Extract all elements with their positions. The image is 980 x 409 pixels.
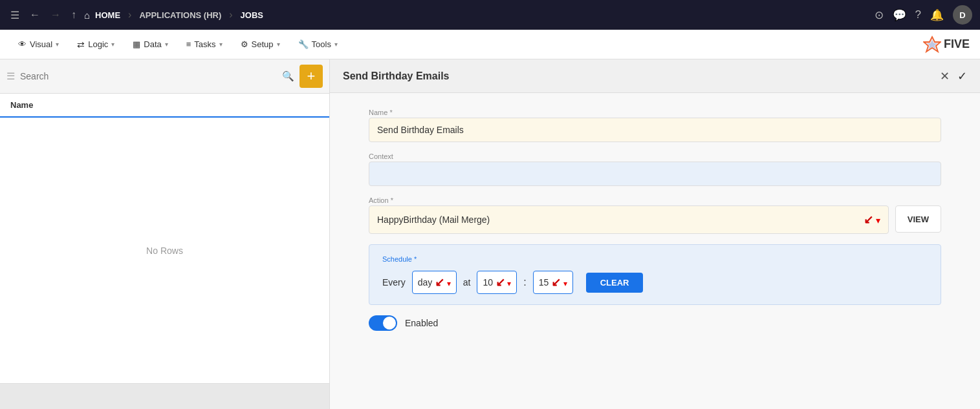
chat-icon[interactable]: 💬 bbox=[893, 8, 906, 22]
schedule-label: Schedule * bbox=[382, 255, 928, 263]
no-rows-message: No Rows bbox=[0, 118, 329, 383]
tasks-caret: ▾ bbox=[219, 41, 223, 48]
panel-actions: ✕ ✓ bbox=[940, 69, 967, 83]
nav-sep1: › bbox=[128, 9, 131, 21]
second-nav: 👁 Visual ▾ ⇄ Logic ▾ ▦ Data ▾ ≡ Tasks ▾ … bbox=[0, 30, 980, 59]
five-logo-icon bbox=[923, 36, 941, 54]
logic-icon: ⇄ bbox=[77, 39, 85, 50]
panel-title: Send Birthday Emails bbox=[343, 70, 450, 82]
left-panel: ☰ 🔍 + Name No Rows bbox=[0, 59, 330, 409]
search-icon[interactable]: 🔍 bbox=[282, 70, 294, 82]
minute-dropdown-caret: ↙ ▾ bbox=[551, 275, 567, 289]
nav-sep2: › bbox=[229, 9, 232, 21]
nav-tools[interactable]: 🔧 Tools ▾ bbox=[290, 36, 345, 53]
time-separator: : bbox=[523, 277, 526, 288]
nav-home-link[interactable]: HOME bbox=[95, 10, 120, 20]
day-select[interactable]: day ↙ ▾ bbox=[412, 271, 457, 294]
add-button[interactable]: + bbox=[299, 65, 323, 88]
clear-button[interactable]: CLEAR bbox=[586, 273, 644, 293]
table-header: Name bbox=[0, 94, 329, 118]
red-arrow-action: ↙ bbox=[864, 213, 873, 227]
action-value: HappyBirthday (Mail Merge) bbox=[377, 215, 490, 225]
data-icon: ▦ bbox=[133, 39, 140, 49]
schedule-row: Every day ↙ ▾ at 10 ↙ ▾ bbox=[382, 271, 928, 294]
close-icon[interactable]: ✕ bbox=[940, 69, 950, 83]
nav-tasks[interactable]: ≡ Tasks ▾ bbox=[179, 36, 230, 53]
action-field-row: Action * HappyBirthday (Mail Merge) ↙ ▾ … bbox=[369, 196, 941, 234]
tasks-icon: ≡ bbox=[186, 39, 191, 49]
name-input[interactable] bbox=[369, 118, 941, 142]
nav-setup[interactable]: ⚙ Setup ▾ bbox=[233, 36, 288, 53]
context-input[interactable] bbox=[369, 162, 941, 186]
hamburger-icon[interactable]: ☰ bbox=[8, 6, 22, 24]
five-logo: FIVE bbox=[923, 36, 970, 54]
every-label: Every bbox=[382, 277, 406, 288]
action-select-wrapper: HappyBirthday (Mail Merge) ↙ ▾ bbox=[369, 205, 889, 234]
hour-value: 10 bbox=[483, 277, 493, 288]
visual-caret: ▾ bbox=[56, 41, 59, 48]
search-input[interactable] bbox=[20, 71, 277, 81]
minute-value: 15 bbox=[539, 277, 549, 288]
logic-label: Logic bbox=[88, 39, 108, 49]
context-label: Context bbox=[369, 152, 941, 160]
day-dropdown-caret: ↙ ▾ bbox=[435, 275, 450, 289]
confirm-icon[interactable]: ✓ bbox=[957, 69, 967, 83]
name-field: Name * bbox=[369, 109, 941, 142]
nav-data[interactable]: ▦ Data ▾ bbox=[125, 36, 175, 53]
nav-logic[interactable]: ⇄ Logic ▾ bbox=[69, 36, 122, 54]
data-label: Data bbox=[144, 39, 161, 49]
panel-header: Send Birthday Emails ✕ ✓ bbox=[330, 59, 980, 93]
top-nav: ☰ ← → ↑ ⌂ HOME › APPLICATIONS (HR) › JOB… bbox=[0, 0, 980, 30]
up-icon[interactable]: ↑ bbox=[69, 6, 79, 23]
form-content: Name * Context Action * Ha bbox=[330, 93, 980, 409]
search-bar: ☰ 🔍 + bbox=[0, 59, 329, 94]
tools-label: Tools bbox=[312, 39, 331, 49]
enabled-row: Enabled bbox=[369, 315, 941, 331]
forward-icon[interactable]: → bbox=[48, 6, 63, 23]
nav-right: ⊙ 💬 ? 🔔 D bbox=[875, 5, 972, 25]
action-dropdown-caret: ↙ ▾ bbox=[864, 213, 880, 227]
setup-caret: ▾ bbox=[277, 41, 280, 48]
five-text: FIVE bbox=[944, 37, 970, 51]
notification-icon[interactable]: 🔔 bbox=[930, 8, 944, 22]
nav-apps-link[interactable]: APPLICATIONS (HR) bbox=[139, 10, 221, 20]
enabled-toggle[interactable] bbox=[369, 315, 397, 331]
minute-select[interactable]: 15 ↙ ▾ bbox=[533, 271, 573, 294]
schedule-box: Schedule * Every day ↙ ▾ at 10 bbox=[369, 244, 941, 305]
back-icon[interactable]: ← bbox=[27, 6, 43, 23]
hour-dropdown-caret: ↙ ▾ bbox=[495, 275, 511, 289]
nav-jobs-link[interactable]: JOBS bbox=[241, 10, 263, 20]
home-icon[interactable]: ⌂ bbox=[84, 10, 90, 21]
day-value: day bbox=[418, 277, 433, 288]
setup-label: Setup bbox=[252, 39, 274, 49]
red-arrow-hour: ↙ bbox=[495, 275, 505, 289]
main-layout: ☰ 🔍 + Name No Rows Send Birthday Emails … bbox=[0, 59, 980, 409]
logic-caret: ▾ bbox=[111, 41, 114, 48]
action-select[interactable]: HappyBirthday (Mail Merge) ↙ ▾ bbox=[369, 205, 889, 234]
at-label: at bbox=[463, 277, 471, 288]
data-caret: ▾ bbox=[165, 41, 168, 48]
hour-select[interactable]: 10 ↙ ▾ bbox=[477, 271, 517, 294]
right-panel: Send Birthday Emails ✕ ✓ Name * Context bbox=[330, 59, 980, 409]
red-arrow-minute: ↙ bbox=[551, 275, 561, 289]
setup-icon: ⚙ bbox=[241, 39, 248, 49]
action-label: Action * bbox=[369, 196, 941, 204]
visual-label: Visual bbox=[30, 39, 52, 49]
context-field: Context bbox=[369, 152, 941, 186]
name-label: Name * bbox=[369, 109, 941, 116]
left-panel-footer bbox=[0, 383, 329, 409]
red-arrow-day: ↙ bbox=[435, 275, 444, 289]
tasks-label: Tasks bbox=[194, 39, 215, 49]
view-button[interactable]: VIEW bbox=[895, 205, 941, 233]
action-row: HappyBirthday (Mail Merge) ↙ ▾ VIEW bbox=[369, 205, 941, 234]
nav-visual[interactable]: 👁 Visual ▾ bbox=[10, 36, 67, 53]
eye-icon: 👁 bbox=[18, 39, 27, 49]
filter-icon: ☰ bbox=[6, 70, 15, 82]
help-icon[interactable]: ? bbox=[915, 8, 921, 21]
settings-icon[interactable]: ⊙ bbox=[875, 8, 884, 22]
name-column-label: Name bbox=[10, 100, 33, 110]
tools-icon: 🔧 bbox=[298, 39, 309, 49]
tools-caret: ▾ bbox=[334, 41, 338, 48]
enabled-label: Enabled bbox=[405, 318, 438, 328]
user-avatar[interactable]: D bbox=[953, 5, 972, 25]
